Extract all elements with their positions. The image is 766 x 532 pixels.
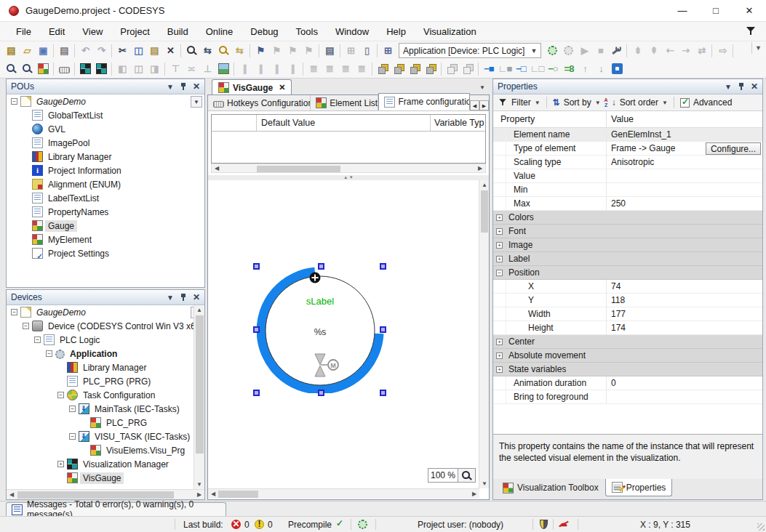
menu-tools[interactable]: Tools [287,23,327,40]
property-row-image[interactable]: +Image [493,238,762,252]
tab-list-dropdown-icon[interactable]: ▼ [479,84,485,91]
property-value[interactable]: 250 [606,197,762,210]
project-user[interactable]: Project user: (nobody) [418,520,503,530]
background-image-button[interactable] [215,61,231,77]
replace-in-files-button[interactable]: ⇆ [231,43,247,59]
tree-item-plc-prg-prg[interactable]: PLC_PRG (PRG) [7,374,204,388]
visualization-styles-button[interactable] [19,61,35,77]
sort-by-button[interactable]: Sort by [564,97,591,108]
move-down-button[interactable]: ↓ [593,61,609,77]
property-row-center[interactable]: +Center [493,335,762,349]
tree-item-application[interactable]: −Application [7,347,204,360]
send-backward-button[interactable] [423,61,439,77]
property-value[interactable] [606,169,762,182]
filter-button[interactable]: Filter [511,97,531,108]
resize-handle-e[interactable] [380,326,386,333]
expander-icon[interactable]: + [496,242,503,249]
expander-icon[interactable]: − [496,270,503,276]
find-button[interactable] [183,43,199,59]
menu-online[interactable]: Online [197,23,242,40]
subtab-hotkeys-configuration[interactable]: Hotkeys Configuration [208,95,311,110]
align-right-button[interactable]: ◨ [146,61,162,77]
property-row-width[interactable]: Width177 [493,307,762,321]
subtab-scroll-right-icon[interactable]: ▶ [479,100,489,110]
tree-item-library-manager[interactable]: Library Manager [7,360,204,374]
tree-item-plc-logic[interactable]: −PLC Logic [7,333,204,347]
property-value[interactable] [606,183,762,196]
align-bottom-button[interactable]: ⊥ [199,61,215,77]
print-button[interactable]: ▤ [56,43,72,59]
align-center-point-button[interactable]: −○ [545,61,561,77]
tree-item-plc-prg[interactable]: PLC_PRG [7,416,204,430]
expander-icon[interactable]: + [496,352,503,359]
align-right-edge-button[interactable]: −□ [513,61,529,77]
goto-button[interactable]: ⇨ [714,43,730,59]
interface-editor-button[interactable] [3,61,19,77]
subtab-element-list[interactable]: Element List [311,95,378,110]
size-width-button[interactable]: ∥ [236,61,252,77]
property-value[interactable]: 74 [606,280,762,293]
align-left-button[interactable]: ◧ [114,61,130,77]
element-list-button[interactable] [35,61,51,77]
execution-order-button[interactable]: =8 [561,61,577,77]
pous-close-icon[interactable]: ✕ [193,81,200,92]
start-button[interactable]: ▶ [576,43,592,59]
property-row-label[interactable]: +Label [493,252,762,266]
property-row-x[interactable]: X74 [493,280,762,294]
tree-item-globaltextlist[interactable]: GlobalTextList [7,108,204,122]
insert-table-button[interactable]: ⊞ [343,43,359,59]
step-into-button[interactable]: ⇞ [645,43,661,59]
align-top-button[interactable]: ⊤ [167,61,183,77]
align-middle-button[interactable]: ≍ [183,61,199,77]
delete-button[interactable]: ✕ [162,43,178,59]
security-shield-icon[interactable] [540,520,548,529]
align-bottom-right-button[interactable]: ∟□ [529,61,545,77]
resize-handle-w[interactable] [253,326,260,333]
menu-edit[interactable]: Edit [40,23,73,40]
expander-icon[interactable]: − [69,433,76,440]
zoom-menu-button[interactable] [458,468,476,483]
property-value[interactable]: 177 [606,307,762,321]
reset-button[interactable]: ⇄ [693,43,709,59]
tab-visgauge[interactable]: VisGauge ✕ [212,79,292,95]
property-row-font[interactable]: +Font [493,225,762,238]
tree-item-gauge[interactable]: Gauge [7,219,204,233]
expander-icon[interactable]: − [46,350,52,357]
tree-item-visu-task-iec-tasks[interactable]: −VISU_TASK (IEC-Tasks) [7,430,204,443]
property-row-bring-to-foreground[interactable]: Bring to foreground [493,390,762,404]
sort-by-dropdown-icon[interactable]: ▼ [595,100,601,106]
pous-tree-dropdown-icon[interactable]: ▼ [191,96,202,108]
space-h2-button[interactable]: ≣ [338,61,354,77]
property-value[interactable]: Anisotropic [606,156,762,169]
size-height-button[interactable]: ∥ [252,61,268,77]
build-wrench-button[interactable] [608,43,624,59]
tree-item-gvl[interactable]: GVL [7,122,204,136]
bottom-tab-visualization-toolbox[interactable]: Visualization Toolbox [496,479,605,496]
expander-icon[interactable]: + [57,461,64,467]
properties-dialog-button[interactable]: ▤ [322,43,338,59]
visu-manager-button[interactable] [93,61,109,77]
stop-button[interactable]: ■ [592,43,608,59]
bottom-tab-properties[interactable]: Properties [605,479,673,496]
expander-icon[interactable]: + [496,339,503,345]
bookmark-clear-button[interactable]: ⚑ [300,43,316,59]
pin-icon[interactable] [180,293,187,302]
login-button[interactable] [544,43,560,59]
menu-build[interactable]: Build [159,23,197,40]
space-v2-button[interactable]: ≣ [354,61,370,77]
zoom-value-input[interactable]: 100 % [428,468,458,483]
tree-item-task-configuration[interactable]: −Task Configuration [7,388,204,402]
expander-icon[interactable]: + [496,228,503,235]
bookmark-next-button[interactable]: ⚑ [284,43,300,59]
undo-button[interactable]: ↶ [77,43,93,59]
send-to-back-button[interactable] [391,61,407,77]
save-button[interactable]: ▣ [35,43,51,59]
new-project-button[interactable]: ▤ [3,43,19,59]
tree-item-visuelems-visu-prg[interactable]: VisuElems.Visu_Prg [7,443,204,457]
find-in-files-button[interactable] [215,43,231,59]
filter-funnel-icon[interactable] [746,27,756,36]
editor-splitter[interactable]: ▲ ▼ [208,175,489,180]
combo-dropdown-icon[interactable]: ▼ [530,47,537,55]
value-column-header[interactable]: Value [606,111,762,127]
property-column-header[interactable]: Property [493,114,606,124]
